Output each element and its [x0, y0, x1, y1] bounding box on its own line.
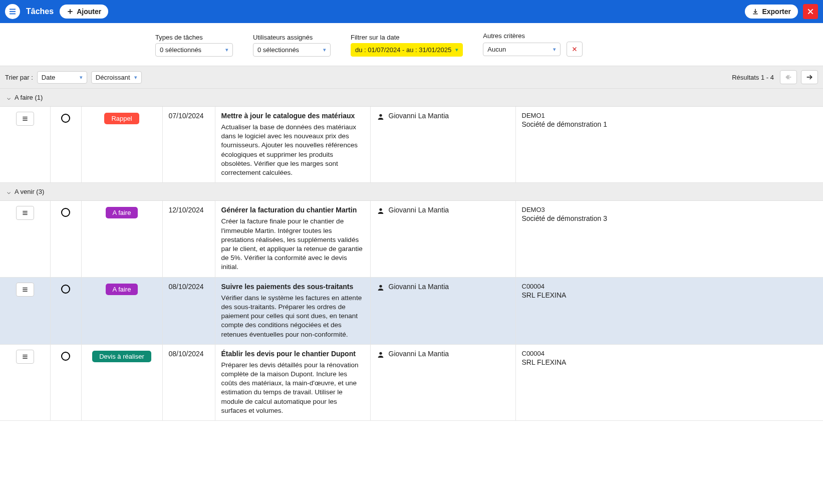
hamburger-icon: [21, 115, 29, 123]
chevron-down-icon: ▾: [323, 47, 326, 53]
task-tag: Devis à réaliser: [92, 351, 151, 362]
add-button[interactable]: Ajouter: [60, 5, 108, 19]
task-table-todo: Rappel 07/10/2024 Mettre à jour le catal…: [0, 107, 823, 183]
task-complete-radio[interactable]: [61, 208, 70, 217]
export-button[interactable]: Exporter: [745, 5, 798, 19]
table-row[interactable]: Devis à réaliser 08/10/2024 Établir les …: [0, 344, 823, 420]
row-menu-button[interactable]: [16, 206, 34, 220]
hamburger-icon: [8, 7, 17, 16]
export-button-label: Exporter: [762, 8, 791, 16]
client-name: SRL FLEXINA: [522, 291, 817, 299]
svg-point-15: [379, 114, 382, 117]
next-page-button[interactable]: [801, 70, 818, 84]
table-row[interactable]: A faire 08/10/2024 Suivre les paiements …: [0, 277, 823, 344]
filter-other-criteria: Autres critères Aucun ▾: [483, 32, 583, 57]
user-icon: [377, 113, 385, 121]
task-date: 07/10/2024: [162, 107, 215, 183]
app-header: Tâches Ajouter Exporter: [0, 0, 823, 23]
task-date: 08/10/2024: [162, 277, 215, 344]
task-table-upcoming: A faire 12/10/2024 Générer la facturatio…: [0, 201, 823, 421]
hamburger-icon: [21, 286, 29, 294]
select-value: 0 sélectionnés: [160, 46, 201, 54]
hamburger-icon: [21, 209, 29, 217]
row-menu-button[interactable]: [16, 112, 34, 126]
task-title: Suivre les paiements des sous-traitants: [221, 283, 364, 291]
client-code: DEMO1: [522, 112, 817, 119]
filter-other-criteria-select[interactable]: Aucun ▾: [483, 43, 561, 56]
chevron-down-icon: ▾: [455, 47, 458, 53]
chevron-down-icon: ▾: [225, 47, 228, 53]
row-menu-button[interactable]: [16, 283, 34, 297]
select-value: Décroissant: [96, 74, 130, 81]
group-header-todo[interactable]: ⌵ A faire (1): [0, 89, 823, 107]
task-complete-radio[interactable]: [61, 285, 70, 294]
filter-label: Filtrer sur la date: [351, 34, 463, 41]
results-text: Résultats 1 - 4: [732, 74, 774, 81]
user-icon: [377, 207, 385, 215]
hamburger-icon: [21, 353, 29, 361]
sort-bar: Trier par : Date ▾ Décroissant ▾ Résulta…: [0, 66, 823, 89]
filter-bar: Types de tâches 0 sélectionnés ▾ Utilisa…: [0, 23, 823, 66]
sort-direction-select[interactable]: Décroissant ▾: [91, 71, 142, 84]
client-name: SRL FLEXINA: [522, 358, 817, 366]
task-description: Actualiser la base de données des matéri…: [221, 123, 364, 177]
task-title: Générer la facturation du chantier Marti…: [221, 206, 364, 214]
task-tag: A faire: [106, 207, 138, 218]
clear-filter-button[interactable]: [567, 42, 583, 57]
group-label: A faire (1): [15, 94, 43, 101]
task-user: Giovanni La Mantia: [389, 112, 449, 120]
group-header-upcoming[interactable]: ⌵ A venir (3): [0, 183, 823, 201]
table-row[interactable]: A faire 12/10/2024 Générer la facturatio…: [0, 201, 823, 277]
add-button-label: Ajouter: [77, 8, 101, 16]
filter-assigned-users-select[interactable]: 0 sélectionnés ▾: [253, 43, 331, 57]
filter-task-types: Types de tâches 0 sélectionnés ▾: [155, 34, 233, 57]
filter-date-select[interactable]: du : 01/07/2024 - au : 31/01/2025 ▾: [351, 43, 463, 57]
svg-point-27: [379, 352, 382, 354]
task-tag: A faire: [106, 284, 138, 295]
prev-page-button[interactable]: [780, 70, 797, 84]
sort-field-select[interactable]: Date ▾: [37, 71, 87, 84]
filter-label: Autres critères: [483, 32, 583, 40]
select-value: 0 sélectionnés: [257, 46, 299, 54]
chevron-down-icon: ⌵: [7, 188, 11, 195]
task-date: 08/10/2024: [162, 344, 215, 420]
task-user: Giovanni La Mantia: [389, 283, 449, 291]
task-description: Vérifier dans le système les factures en…: [221, 294, 364, 339]
task-complete-radio[interactable]: [61, 352, 70, 361]
user-icon: [377, 351, 385, 359]
row-menu-button[interactable]: [16, 350, 34, 364]
user-icon: [377, 284, 385, 292]
chevron-down-icon: ▾: [134, 74, 137, 81]
table-row[interactable]: Rappel 07/10/2024 Mettre à jour le catal…: [0, 107, 823, 183]
client-code: C00004: [522, 350, 817, 357]
client-name: Société de démonstration 3: [522, 214, 817, 222]
svg-point-23: [379, 285, 382, 287]
filter-label: Types de tâches: [155, 34, 233, 41]
task-description: Préparer les devis détaillés pour la rén…: [221, 361, 364, 415]
task-tag: Rappel: [104, 113, 139, 124]
client-name: Société de démonstration 1: [522, 120, 817, 128]
client-code: C00004: [522, 283, 817, 290]
plus-icon: [67, 8, 74, 15]
task-user: Giovanni La Mantia: [389, 350, 449, 358]
select-value: Date: [42, 74, 55, 81]
close-icon: [806, 8, 814, 16]
task-user: Giovanni La Mantia: [389, 206, 449, 214]
filter-label: Utilisateurs assignés: [253, 34, 331, 41]
task-description: Créer la facture finale pour le chantier…: [221, 217, 364, 272]
close-button[interactable]: [803, 4, 818, 19]
download-icon: [752, 8, 759, 15]
x-icon: [572, 46, 578, 52]
chevron-down-icon: ▾: [553, 46, 556, 53]
arrow-right-icon: [805, 73, 813, 81]
group-label: A venir (3): [15, 188, 44, 195]
task-date: 12/10/2024: [162, 201, 215, 277]
sort-label: Trier par :: [5, 74, 33, 81]
main-menu-button[interactable]: [5, 4, 20, 19]
filter-task-types-select[interactable]: 0 sélectionnés ▾: [155, 43, 233, 57]
filter-assigned-users: Utilisateurs assignés 0 sélectionnés ▾: [253, 34, 331, 57]
chevron-down-icon: ▾: [80, 74, 83, 81]
select-value: du : 01/07/2024 - au : 31/01/2025: [355, 46, 451, 54]
filter-date: Filtrer sur la date du : 01/07/2024 - au…: [351, 34, 463, 57]
task-complete-radio[interactable]: [61, 114, 70, 123]
